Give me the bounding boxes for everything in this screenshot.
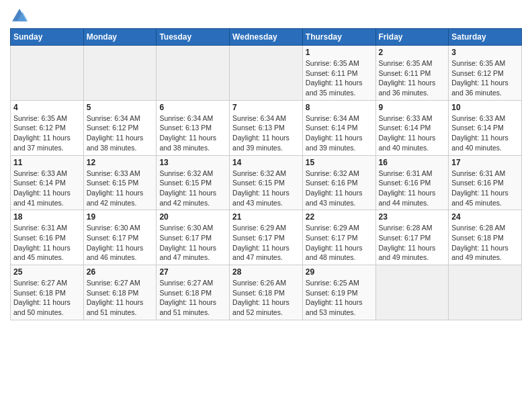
day-info: Sunrise: 6:34 AM Sunset: 6:12 PM Dayligh… — [87, 113, 154, 153]
calendar-cell: 10Sunrise: 6:33 AM Sunset: 6:14 PM Dayli… — [449, 100, 522, 155]
header — [10, 7, 522, 26]
day-info: Sunrise: 6:32 AM Sunset: 6:16 PM Dayligh… — [306, 169, 373, 208]
calendar-cell: 20Sunrise: 6:30 AM Sunset: 6:17 PM Dayli… — [157, 210, 230, 265]
calendar-cell: 3Sunrise: 6:35 AM Sunset: 6:12 PM Daylig… — [449, 46, 522, 101]
day-info: Sunrise: 6:33 AM Sunset: 6:14 PM Dayligh… — [13, 169, 81, 208]
calendar-cell: 2Sunrise: 6:35 AM Sunset: 6:11 PM Daylig… — [375, 46, 449, 101]
calendar-cell: 23Sunrise: 6:28 AM Sunset: 6:17 PM Dayli… — [375, 210, 449, 265]
day-info: Sunrise: 6:27 AM Sunset: 6:18 PM Dayligh… — [13, 278, 81, 318]
calendar-cell — [375, 265, 449, 320]
calendar-cell: 14Sunrise: 6:32 AM Sunset: 6:15 PM Dayli… — [230, 155, 303, 210]
day-info: Sunrise: 6:28 AM Sunset: 6:17 PM Dayligh… — [379, 223, 446, 263]
day-info: Sunrise: 6:34 AM Sunset: 6:14 PM Dayligh… — [306, 113, 373, 153]
day-info: Sunrise: 6:27 AM Sunset: 6:18 PM Dayligh… — [87, 278, 154, 318]
day-number: 4 — [13, 103, 81, 112]
day-number: 10 — [451, 103, 519, 112]
day-number: 3 — [451, 48, 519, 57]
logo — [10, 7, 32, 26]
page-container: SundayMondayTuesdayWednesdayThursdayFrid… — [0, 0, 532, 324]
calendar-cell — [83, 46, 157, 101]
day-info: Sunrise: 6:33 AM Sunset: 6:14 PM Dayligh… — [379, 113, 446, 153]
day-number: 18 — [13, 212, 81, 222]
calendar-week-5: 25Sunrise: 6:27 AM Sunset: 6:18 PM Dayli… — [11, 265, 522, 320]
day-info: Sunrise: 6:29 AM Sunset: 6:17 PM Dayligh… — [306, 223, 373, 263]
calendar-cell: 19Sunrise: 6:30 AM Sunset: 6:17 PM Dayli… — [83, 210, 157, 265]
calendar-cell: 15Sunrise: 6:32 AM Sunset: 6:16 PM Dayli… — [302, 155, 375, 210]
calendar-header-thursday: Thursday — [302, 29, 375, 46]
day-number: 17 — [451, 158, 519, 167]
calendar-cell: 21Sunrise: 6:29 AM Sunset: 6:17 PM Dayli… — [230, 210, 303, 265]
day-number: 22 — [306, 212, 373, 222]
day-info: Sunrise: 6:32 AM Sunset: 6:15 PM Dayligh… — [159, 169, 226, 208]
calendar-week-2: 4Sunrise: 6:35 AM Sunset: 6:12 PM Daylig… — [11, 100, 522, 155]
calendar-cell: 7Sunrise: 6:34 AM Sunset: 6:13 PM Daylig… — [230, 100, 303, 155]
calendar-header-row: SundayMondayTuesdayWednesdayThursdayFrid… — [11, 29, 522, 46]
calendar-cell: 6Sunrise: 6:34 AM Sunset: 6:13 PM Daylig… — [157, 100, 230, 155]
day-number: 25 — [13, 267, 81, 277]
calendar-cell: 17Sunrise: 6:31 AM Sunset: 6:16 PM Dayli… — [449, 155, 522, 210]
day-info: Sunrise: 6:31 AM Sunset: 6:16 PM Dayligh… — [13, 223, 81, 263]
calendar-cell — [230, 46, 303, 101]
day-number: 24 — [451, 212, 519, 222]
day-info: Sunrise: 6:29 AM Sunset: 6:17 PM Dayligh… — [232, 223, 300, 263]
calendar-cell: 29Sunrise: 6:25 AM Sunset: 6:19 PM Dayli… — [302, 265, 375, 320]
day-info: Sunrise: 6:25 AM Sunset: 6:19 PM Dayligh… — [306, 278, 373, 318]
day-info: Sunrise: 6:27 AM Sunset: 6:18 PM Dayligh… — [159, 278, 226, 318]
day-info: Sunrise: 6:32 AM Sunset: 6:15 PM Dayligh… — [232, 169, 300, 208]
day-info: Sunrise: 6:35 AM Sunset: 6:11 PM Dayligh… — [379, 58, 446, 98]
calendar-cell — [449, 265, 522, 320]
calendar-table: SundayMondayTuesdayWednesdayThursdayFrid… — [10, 28, 522, 320]
calendar-cell: 16Sunrise: 6:31 AM Sunset: 6:16 PM Dayli… — [375, 155, 449, 210]
day-info: Sunrise: 6:30 AM Sunset: 6:17 PM Dayligh… — [159, 223, 226, 263]
calendar-cell: 27Sunrise: 6:27 AM Sunset: 6:18 PM Dayli… — [157, 265, 230, 320]
day-info: Sunrise: 6:30 AM Sunset: 6:17 PM Dayligh… — [87, 223, 154, 263]
day-info: Sunrise: 6:28 AM Sunset: 6:18 PM Dayligh… — [451, 223, 519, 263]
calendar-week-1: 1Sunrise: 6:35 AM Sunset: 6:11 PM Daylig… — [11, 46, 522, 101]
logo-icon — [10, 7, 29, 26]
day-number: 26 — [87, 267, 154, 277]
calendar-cell — [11, 46, 84, 101]
day-info: Sunrise: 6:31 AM Sunset: 6:16 PM Dayligh… — [451, 169, 519, 208]
day-number: 11 — [13, 158, 81, 167]
calendar-cell: 18Sunrise: 6:31 AM Sunset: 6:16 PM Dayli… — [11, 210, 84, 265]
day-info: Sunrise: 6:35 AM Sunset: 6:11 PM Dayligh… — [306, 58, 373, 98]
day-number: 2 — [379, 48, 446, 57]
calendar-cell — [157, 46, 230, 101]
calendar-cell: 28Sunrise: 6:26 AM Sunset: 6:18 PM Dayli… — [230, 265, 303, 320]
day-number: 1 — [306, 48, 373, 57]
calendar-cell: 5Sunrise: 6:34 AM Sunset: 6:12 PM Daylig… — [83, 100, 157, 155]
calendar-cell: 11Sunrise: 6:33 AM Sunset: 6:14 PM Dayli… — [11, 155, 84, 210]
day-info: Sunrise: 6:26 AM Sunset: 6:18 PM Dayligh… — [232, 278, 300, 318]
day-number: 27 — [159, 267, 226, 277]
day-info: Sunrise: 6:33 AM Sunset: 6:14 PM Dayligh… — [451, 113, 519, 153]
day-info: Sunrise: 6:34 AM Sunset: 6:13 PM Dayligh… — [159, 113, 226, 153]
day-number: 23 — [379, 212, 446, 222]
calendar-cell: 13Sunrise: 6:32 AM Sunset: 6:15 PM Dayli… — [157, 155, 230, 210]
day-number: 28 — [232, 267, 300, 277]
day-number: 6 — [159, 103, 226, 112]
calendar-cell: 9Sunrise: 6:33 AM Sunset: 6:14 PM Daylig… — [375, 100, 449, 155]
calendar-header-sunday: Sunday — [11, 29, 84, 46]
day-number: 19 — [87, 212, 154, 222]
calendar-cell: 1Sunrise: 6:35 AM Sunset: 6:11 PM Daylig… — [302, 46, 375, 101]
calendar-cell: 12Sunrise: 6:33 AM Sunset: 6:15 PM Dayli… — [83, 155, 157, 210]
calendar-cell: 24Sunrise: 6:28 AM Sunset: 6:18 PM Dayli… — [449, 210, 522, 265]
calendar-week-4: 18Sunrise: 6:31 AM Sunset: 6:16 PM Dayli… — [11, 210, 522, 265]
calendar-cell: 22Sunrise: 6:29 AM Sunset: 6:17 PM Dayli… — [302, 210, 375, 265]
day-number: 14 — [232, 158, 300, 167]
day-info: Sunrise: 6:31 AM Sunset: 6:16 PM Dayligh… — [379, 169, 446, 208]
day-number: 13 — [159, 158, 226, 167]
calendar-cell: 4Sunrise: 6:35 AM Sunset: 6:12 PM Daylig… — [11, 100, 84, 155]
day-number: 16 — [379, 158, 446, 167]
calendar-week-3: 11Sunrise: 6:33 AM Sunset: 6:14 PM Dayli… — [11, 155, 522, 210]
calendar-header-tuesday: Tuesday — [157, 29, 230, 46]
day-number: 29 — [306, 267, 373, 277]
calendar-header-saturday: Saturday — [449, 29, 522, 46]
calendar-header-wednesday: Wednesday — [230, 29, 303, 46]
calendar-header-monday: Monday — [83, 29, 157, 46]
day-number: 9 — [379, 103, 446, 112]
day-number: 21 — [232, 212, 300, 222]
day-number: 20 — [159, 212, 226, 222]
calendar-cell: 8Sunrise: 6:34 AM Sunset: 6:14 PM Daylig… — [302, 100, 375, 155]
day-number: 7 — [232, 103, 300, 112]
